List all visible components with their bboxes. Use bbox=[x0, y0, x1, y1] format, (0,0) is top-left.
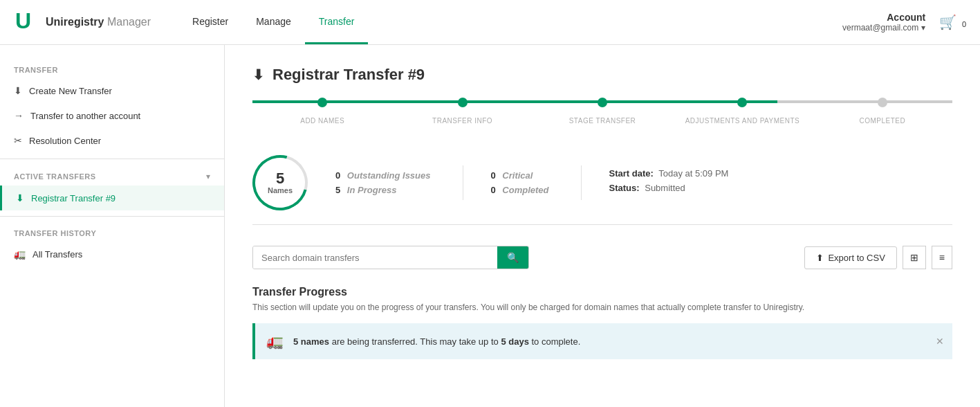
sidebar-divider-2 bbox=[0, 216, 224, 217]
step-circle-4 bbox=[737, 98, 747, 107]
step-adjustments: ADJUSTMENTS AND PAYMENTS bbox=[672, 98, 812, 125]
issues-stats: 0 Outstanding Issues 5 In Progress bbox=[335, 170, 435, 195]
names-circle-container: 5 Names bbox=[252, 155, 308, 210]
account-label: Account bbox=[842, 12, 925, 23]
step-label-1: ADD NAMES bbox=[300, 117, 344, 125]
main-nav: Register Manage Transfer bbox=[178, 1, 842, 44]
toolbar-right: ⬆ Export to CSV ⊞ ≡ bbox=[804, 246, 952, 269]
stat-divider-1 bbox=[463, 165, 463, 200]
sidebar-divider-1 bbox=[0, 159, 224, 159]
export-csv-button[interactable]: ⬆ Export to CSV bbox=[804, 246, 896, 269]
header: U Uniregistry Manager Register Manage Tr… bbox=[0, 0, 980, 45]
step-label-5: COMPLETED bbox=[859, 117, 905, 125]
names-label: Names bbox=[268, 186, 293, 195]
cart-icon: 🛒 bbox=[939, 15, 956, 30]
sidebar: TRANSFER ⬇ Create New Transfer → Transfe… bbox=[0, 45, 225, 407]
sidebar-section-active-transfers: ACTIVE TRANSFERS ▾ bbox=[0, 165, 224, 186]
steps-row: ADD NAMES TRANSFER INFO STAGE TRANSFER A… bbox=[252, 98, 952, 125]
progress-bar: ADD NAMES TRANSFER INFO STAGE TRANSFER A… bbox=[252, 100, 952, 125]
logo-icon: U bbox=[14, 9, 40, 35]
step-circle-3 bbox=[598, 98, 607, 107]
step-transfer-info: TRANSFER INFO bbox=[392, 98, 532, 125]
sidebar-section-history: TRANSFER HISTORY bbox=[0, 222, 224, 242]
list-icon: ≡ bbox=[939, 252, 945, 263]
export-icon: ⬆ bbox=[816, 253, 824, 263]
names-circle: 5 Names bbox=[242, 145, 317, 220]
chevron-down-icon: ▾ bbox=[206, 172, 210, 181]
wrench-icon: ✂ bbox=[14, 135, 22, 146]
chevron-down-icon: ▾ bbox=[921, 23, 925, 33]
step-label-2: TRANSFER INFO bbox=[432, 117, 492, 125]
sidebar-item-resolution-center[interactable]: ✂ Resolution Center bbox=[0, 128, 224, 153]
page-title: Registrar Transfer #9 bbox=[272, 66, 425, 84]
start-date-value: Today at 5:09 PM bbox=[658, 168, 728, 179]
step-circle-1 bbox=[317, 98, 327, 107]
status-value: Submitted bbox=[645, 183, 685, 193]
truck-icon: 🚛 bbox=[14, 248, 26, 260]
start-date-label: Start date: bbox=[609, 168, 654, 179]
start-date-row: Start date: Today at 5:09 PM bbox=[609, 168, 729, 179]
cart-count: 0 bbox=[962, 20, 966, 28]
sidebar-item-all-transfers[interactable]: 🚛 All Transfers bbox=[0, 242, 224, 266]
outstanding-issues-stat: 0 Outstanding Issues bbox=[335, 170, 435, 181]
banner-bold-2: 5 days bbox=[501, 336, 528, 347]
step-label-4: ADJUSTMENTS AND PAYMENTS bbox=[685, 117, 800, 125]
date-status: Start date: Today at 5:09 PM Status: Sub… bbox=[609, 168, 729, 197]
logo[interactable]: U Uniregistry Manager bbox=[14, 9, 151, 35]
search-button[interactable]: 🔍 bbox=[497, 246, 528, 269]
account-email: vermaat@gmail.com ▾ bbox=[842, 23, 925, 33]
names-circle-inner: 5 Names bbox=[268, 171, 293, 195]
search-input[interactable] bbox=[253, 246, 497, 269]
account-info[interactable]: Account vermaat@gmail.com ▾ bbox=[842, 12, 925, 33]
in-progress-stat: 5 In Progress bbox=[335, 185, 435, 195]
section-desc: This section will update you on the prog… bbox=[252, 302, 952, 312]
main-content: ⬇ Registrar Transfer #9 ADD NAMES TRANSF… bbox=[225, 45, 980, 407]
stats-row: 5 Names 0 Outstanding Issues 5 In Progre… bbox=[252, 141, 952, 225]
transfer-progress-section: Transfer Progress This section will upda… bbox=[252, 286, 952, 359]
page-layout: TRANSFER ⬇ Create New Transfer → Transfe… bbox=[0, 45, 980, 407]
step-completed: COMPLETED bbox=[813, 98, 952, 125]
sidebar-section-transfer: TRANSFER bbox=[0, 59, 224, 78]
names-count: 5 bbox=[268, 171, 293, 186]
status-row: Status: Submitted bbox=[609, 183, 729, 193]
nav-register[interactable]: Register bbox=[178, 1, 242, 44]
page-title-area: ⬇ Registrar Transfer #9 bbox=[252, 66, 952, 84]
banner-text: 5 names are being transferred. This may … bbox=[293, 336, 580, 347]
arrow-right-icon: → bbox=[14, 110, 24, 121]
banner-bold-1: 5 names bbox=[293, 336, 329, 347]
page-title-icon: ⬇ bbox=[252, 66, 264, 83]
banner-close-button[interactable]: ✕ bbox=[936, 336, 944, 347]
search-box: 🔍 bbox=[252, 246, 529, 269]
grid-icon: ⊞ bbox=[910, 252, 918, 263]
step-circle-5 bbox=[878, 98, 887, 107]
section-title: Transfer Progress bbox=[252, 286, 952, 298]
brand-name: Uniregistry Manager bbox=[46, 16, 151, 28]
sidebar-item-create-transfer[interactable]: ⬇ Create New Transfer bbox=[0, 78, 224, 103]
stat-divider-2 bbox=[581, 165, 582, 200]
header-right: Account vermaat@gmail.com ▾ 🛒 0 bbox=[842, 12, 966, 33]
completed-stat: 0 Completed bbox=[491, 185, 553, 195]
svg-text:U: U bbox=[15, 9, 31, 33]
nav-manage[interactable]: Manage bbox=[242, 1, 305, 44]
cart-button[interactable]: 🛒 0 bbox=[939, 14, 966, 30]
download-icon: ⬇ bbox=[14, 85, 22, 96]
list-view-button[interactable]: ≡ bbox=[932, 246, 952, 269]
sidebar-item-registrar-transfer[interactable]: ⬇ Registrar Transfer #9 bbox=[0, 186, 224, 210]
sidebar-item-transfer-account[interactable]: → Transfer to another account bbox=[0, 103, 224, 128]
info-banner: 🚛 5 names are being transferred. This ma… bbox=[252, 323, 952, 359]
export-label: Export to CSV bbox=[828, 253, 885, 263]
step-circle-2 bbox=[458, 98, 468, 107]
step-add-names: ADD NAMES bbox=[252, 98, 392, 125]
critical-stats: 0 Critical 0 Completed bbox=[491, 170, 553, 195]
step-label-3: STAGE TRANSFER bbox=[569, 117, 636, 125]
step-stage-transfer: STAGE TRANSFER bbox=[533, 98, 672, 125]
banner-truck-icon: 🚛 bbox=[266, 333, 284, 350]
transfer-download-icon: ⬇ bbox=[16, 192, 24, 204]
critical-stat: 0 Critical bbox=[491, 170, 553, 181]
nav-transfer[interactable]: Transfer bbox=[305, 1, 369, 44]
search-toolbar: 🔍 ⬆ Export to CSV ⊞ ≡ bbox=[252, 246, 952, 269]
status-label: Status: bbox=[609, 183, 640, 193]
grid-view-button[interactable]: ⊞ bbox=[903, 246, 926, 269]
